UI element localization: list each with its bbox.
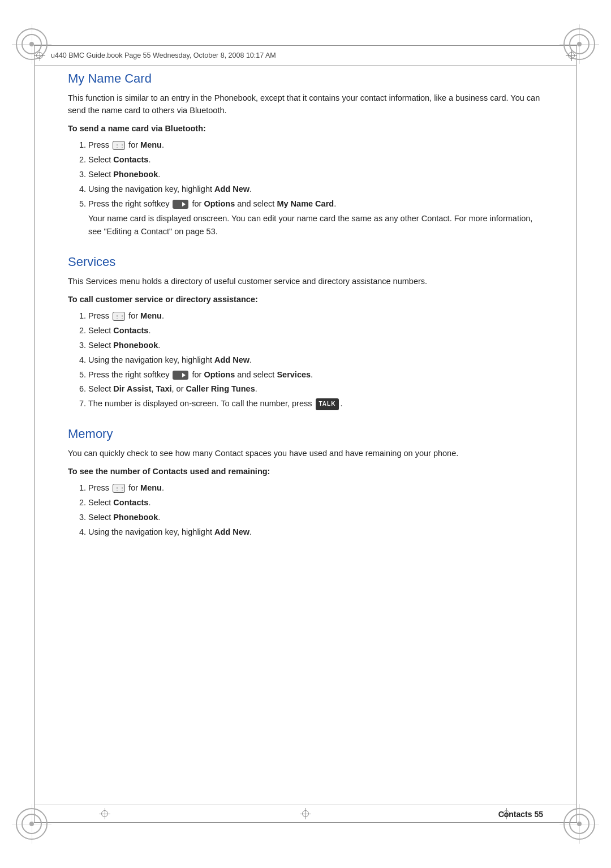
page-footer: Contacts 55 [34, 805, 577, 823]
steps-my-name-card: Press for Menu. Select Contacts. Select … [88, 139, 543, 239]
softkey-icon [173, 371, 188, 380]
section-title-my-name-card: My Name Card [68, 71, 543, 86]
step-item: Press the right softkey for Options and … [88, 368, 543, 382]
page-header: u440 BMC Guide.book Page 55 Wednesday, O… [34, 45, 577, 66]
step-item: Select Contacts. [88, 496, 543, 510]
step-item: Using the navigation key, highlight Add … [88, 354, 543, 367]
section-title-services: Services [68, 255, 543, 269]
step-item: Select Phonebook. [88, 339, 543, 353]
step-item: Using the navigation key, highlight Add … [88, 526, 543, 539]
steps-memory: Press for Menu. Select Contacts. Select … [88, 482, 543, 539]
section-body-services: This Services menu holds a directory of … [68, 275, 543, 287]
step-item: Select Dir Assist, Taxi, or Caller Ring … [88, 383, 543, 396]
subheading-memory: To see the number of Contacts used and r… [68, 467, 543, 476]
menu-button-icon [113, 484, 125, 493]
footer-page-number: Contacts 55 [498, 810, 543, 819]
step-item: Press for Menu. [88, 139, 543, 152]
menu-button-icon [113, 312, 125, 321]
header-text: u440 BMC Guide.book Page 55 Wednesday, O… [51, 51, 560, 59]
page-border-left [34, 45, 35, 823]
section-body-my-name-card: This function is similar to an entry in … [68, 92, 543, 117]
step-item: Press for Menu. [88, 482, 543, 495]
header-crosshair-left [34, 50, 45, 61]
step-continuation: Your name card is displayed onscreen. Yo… [88, 212, 543, 239]
step-item: Press the right softkey for Options and … [88, 197, 543, 239]
softkey-icon [173, 200, 188, 209]
header-crosshair-right [566, 50, 577, 61]
step-item: Select Contacts. [88, 153, 543, 167]
menu-button-icon [113, 141, 125, 150]
step-item: Select Phonebook. [88, 511, 543, 525]
steps-services: Press for Menu. Select Contacts. Select … [88, 310, 543, 411]
section-title-memory: Memory [68, 427, 543, 441]
subheading-services: To call customer service or directory as… [68, 295, 543, 304]
step-item: Press for Menu. [88, 310, 543, 323]
page-border-right [576, 45, 577, 823]
step-item: Select Contacts. [88, 324, 543, 338]
main-content: My Name Card This function is similar to… [68, 66, 543, 811]
step-item: Using the navigation key, highlight Add … [88, 183, 543, 196]
section-body-memory: You can quickly check to see how many Co… [68, 447, 543, 459]
step-item: Select Phonebook. [88, 168, 543, 182]
step-item: The number is displayed on-screen. To ca… [88, 397, 543, 411]
subheading-my-name-card: To send a name card via Bluetooth: [68, 124, 543, 133]
talk-button: TALK [316, 398, 339, 410]
